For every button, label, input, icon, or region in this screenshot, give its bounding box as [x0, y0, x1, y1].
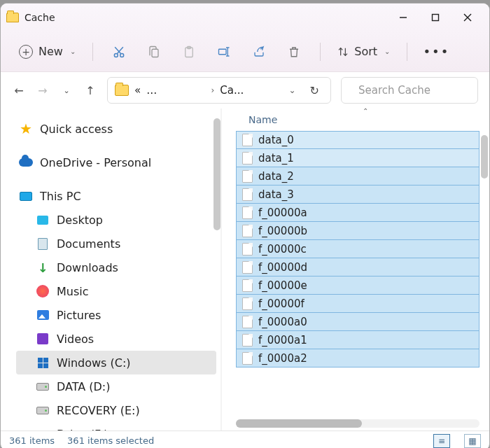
nav-pane[interactable]: ★Quick access OneDrive - Personal This P…: [1, 108, 220, 430]
scrollbar-thumb[interactable]: [236, 419, 362, 428]
breadcrumb[interactable]: « … › Ca... ⌄ ↻: [107, 77, 331, 104]
forward-button[interactable]: →: [36, 84, 50, 97]
file-name: f_0000a1: [258, 334, 307, 346]
file-row[interactable]: data_1: [236, 149, 479, 167]
file-icon: [242, 334, 253, 346]
cut-button[interactable]: [103, 38, 135, 66]
sort-button[interactable]: Sort ⌄: [330, 41, 397, 62]
file-row[interactable]: f_0000a2: [236, 349, 479, 368]
folder-icon: [115, 85, 129, 96]
back-button[interactable]: ←: [12, 84, 26, 97]
file-list[interactable]: data_0data_1data_2data_3f_00000af_00000b…: [236, 131, 489, 418]
breadcrumb-current[interactable]: Ca...: [220, 84, 279, 97]
up-button[interactable]: ↑: [83, 84, 97, 97]
svg-rect-8: [152, 49, 158, 57]
file-row[interactable]: data_0: [236, 131, 479, 149]
file-row[interactable]: data_2: [236, 167, 479, 186]
address-row: ← → ⌄ ↑ « … › Ca... ⌄ ↻: [1, 72, 489, 108]
file-row[interactable]: f_0000a1: [236, 331, 479, 349]
more-button[interactable]: •••: [417, 40, 455, 63]
file-name: f_00000c: [258, 243, 307, 255]
nav-quick-access[interactable]: ★Quick access: [16, 117, 216, 141]
sort-asc-icon: ⌃: [363, 107, 368, 115]
status-bar: 361 items 361 items selected ≡ ▦: [1, 430, 489, 448]
svg-rect-1: [433, 15, 439, 21]
refresh-button[interactable]: ↻: [306, 84, 323, 97]
document-icon: [36, 237, 50, 251]
file-icon: [242, 206, 253, 219]
monitor-icon: [19, 189, 33, 203]
details-view-button[interactable]: ≡: [433, 434, 450, 448]
delete-button[interactable]: [278, 38, 310, 66]
search-input[interactable]: [357, 83, 490, 97]
music-icon: [36, 284, 50, 298]
nav-windows-c[interactable]: Windows (C:): [16, 351, 216, 374]
new-button[interactable]: + New ⌄: [12, 41, 83, 63]
nav-desktop[interactable]: Desktop: [16, 208, 216, 232]
windows-icon: [36, 356, 50, 370]
file-row[interactable]: f_00000a: [236, 204, 479, 222]
file-icon: [242, 170, 253, 183]
file-row[interactable]: f_0000a0: [236, 313, 479, 331]
nav-onedrive[interactable]: OneDrive - Personal: [16, 150, 216, 174]
nav-downloads[interactable]: ↓Downloads: [16, 255, 216, 279]
file-name: data_3: [258, 188, 294, 201]
nav-data-d[interactable]: DATA (D:): [16, 374, 216, 398]
svg-rect-11: [219, 49, 227, 55]
file-row[interactable]: f_00000e: [236, 276, 479, 295]
file-scrollbar[interactable]: [481, 135, 488, 178]
file-name: f_0000a0: [258, 316, 307, 328]
breadcrumb-history-button[interactable]: ⌄: [285, 85, 300, 95]
file-row[interactable]: f_00000f: [236, 295, 479, 313]
nav-documents[interactable]: Documents: [16, 232, 216, 255]
file-icon: [242, 243, 253, 255]
nav-music[interactable]: Music: [16, 279, 216, 303]
file-row[interactable]: f_00000b: [236, 222, 479, 240]
share-button[interactable]: [243, 38, 275, 66]
column-header-name[interactable]: ⌃ Name: [236, 108, 489, 131]
file-icon: [242, 316, 253, 328]
nav-pictures[interactable]: Pictures: [16, 303, 216, 327]
paste-button[interactable]: [173, 38, 205, 66]
file-icon: [242, 152, 253, 164]
file-name: f_0000a2: [258, 352, 307, 365]
nav-videos[interactable]: Videos: [16, 327, 216, 351]
file-icon: [242, 134, 253, 146]
breadcrumb-overflow[interactable]: «: [134, 84, 141, 97]
file-name: f_00000a: [258, 206, 307, 219]
large-icons-view-button[interactable]: ▦: [464, 434, 481, 448]
videos-icon: [36, 332, 50, 346]
file-name: f_00000b: [258, 225, 307, 237]
file-name: f_00000f: [258, 298, 304, 310]
file-row[interactable]: data_3: [236, 186, 479, 204]
file-row[interactable]: f_00000c: [236, 240, 479, 258]
file-name: f_00000e: [258, 279, 307, 292]
star-icon: ★: [19, 122, 33, 136]
rename-button[interactable]: [208, 38, 240, 66]
nav-drive-f[interactable]: Drive (F:): [16, 422, 216, 430]
close-button[interactable]: [451, 4, 484, 31]
file-icon: [242, 225, 253, 237]
file-name: f_00000d: [258, 261, 307, 274]
file-icon: [242, 298, 253, 310]
drive-icon: [36, 379, 50, 393]
titlebar[interactable]: Cache: [1, 4, 489, 31]
chevron-right-icon: ›: [211, 85, 214, 95]
window-title: Cache: [24, 12, 387, 23]
nav-recovery-e[interactable]: RECOVERY (E:): [16, 398, 216, 422]
minimize-button[interactable]: [387, 4, 419, 31]
horizontal-scrollbar[interactable]: [236, 419, 479, 428]
search-box[interactable]: [341, 77, 478, 104]
maximize-button[interactable]: [419, 4, 451, 31]
sort-icon: [337, 46, 349, 57]
svg-point-5: [120, 53, 124, 57]
drive-icon: [36, 403, 50, 417]
recent-locations-button[interactable]: ⌄: [59, 86, 74, 95]
svg-point-4: [115, 53, 118, 57]
folder-icon: [6, 13, 19, 22]
breadcrumb-ellipsis[interactable]: …: [146, 84, 205, 97]
file-row[interactable]: f_00000d: [236, 258, 479, 276]
copy-button[interactable]: [138, 38, 170, 66]
nav-this-pc[interactable]: This PC: [16, 184, 216, 208]
nav-scrollbar[interactable]: [214, 118, 220, 230]
